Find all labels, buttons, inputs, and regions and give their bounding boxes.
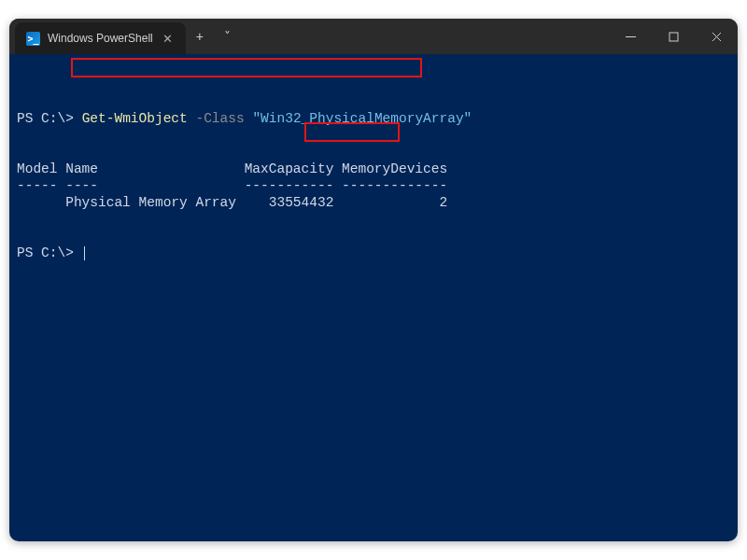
cmdlet: Get-WmiObject	[82, 111, 188, 126]
highlight-command	[71, 58, 422, 77]
close-window-button[interactable]	[695, 19, 738, 54]
tab-powershell[interactable]: >_ Windows PowerShell ✕	[15, 22, 186, 54]
prompt: PS C:\>	[17, 245, 82, 260]
table-divider: ----- ---- ----------- -------------	[17, 178, 447, 193]
titlebar: >_ Windows PowerShell ✕ + ˅	[9, 19, 738, 54]
maximize-icon	[669, 32, 679, 42]
parameter: -Class	[195, 111, 244, 126]
close-tab-button[interactable]: ✕	[161, 32, 175, 46]
new-tab-button[interactable]: +	[186, 19, 214, 54]
tab-strip: >_ Windows PowerShell ✕ + ˅	[9, 19, 242, 54]
tab-dropdown-button[interactable]: ˅	[214, 19, 242, 54]
svg-rect-1	[669, 33, 678, 41]
table-row: Physical Memory Array 33554432 2	[17, 195, 447, 210]
powershell-window: >_ Windows PowerShell ✕ + ˅ PS C:\> Get-…	[9, 19, 738, 541]
maximize-button[interactable]	[652, 19, 695, 54]
window-controls	[609, 19, 738, 54]
terminal-pane[interactable]: PS C:\> Get-WmiObject -Class "Win32_Phys…	[9, 54, 738, 541]
prompt: PS C:\>	[17, 111, 82, 126]
close-icon	[712, 32, 722, 42]
table-header: Model Name MaxCapacity MemoryDevices	[17, 161, 447, 176]
minimize-icon	[626, 32, 636, 42]
minimize-button[interactable]	[609, 19, 652, 54]
tab-title: Windows PowerShell	[48, 32, 153, 45]
powershell-icon: >_	[26, 32, 40, 46]
cursor	[84, 246, 85, 260]
argument-string: "Win32_PhysicalMemoryArray"	[252, 111, 472, 126]
